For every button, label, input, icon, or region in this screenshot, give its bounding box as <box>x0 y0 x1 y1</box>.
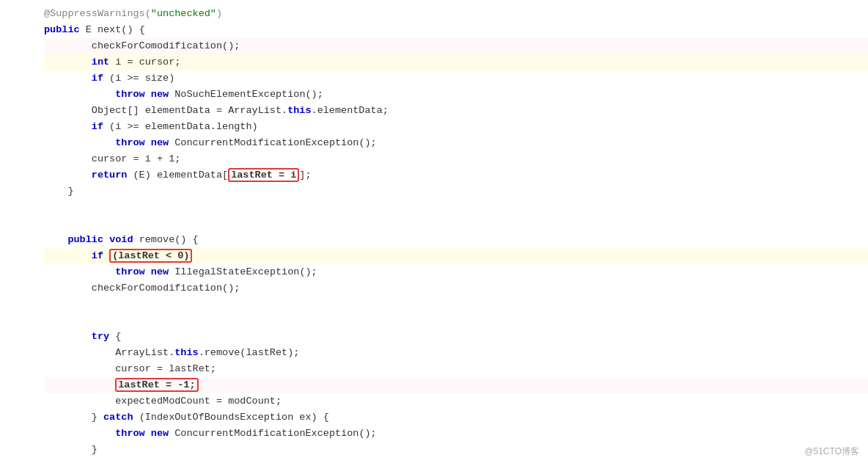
code-line: try { <box>44 329 868 345</box>
code-line: if (i >= size) <box>44 70 868 87</box>
code-container: @SuppressWarnings("unchecked")public E n… <box>0 0 868 466</box>
code-line <box>44 296 868 313</box>
watermark: @51CTO博客 <box>804 445 859 459</box>
code-line <box>44 313 868 329</box>
code-line: throw new ConcurrentModificationExceptio… <box>44 135 868 151</box>
code-line <box>44 458 868 466</box>
code-line: throw new ConcurrentModificationExceptio… <box>44 426 868 442</box>
code-line: } catch (IndexOutOfBoundsException ex) { <box>44 409 868 426</box>
code-line: Object[] elementData = ArrayList.this.el… <box>44 103 868 119</box>
code-line <box>44 216 868 232</box>
code-line: cursor = lastRet; <box>44 361 868 377</box>
code-line: public E next() { <box>44 22 868 38</box>
code-line: return (E) elementData[lastRet = i]; <box>44 167 868 183</box>
code-line: expectedModCount = modCount; <box>44 393 868 409</box>
code-line <box>44 200 868 216</box>
code-line: cursor = i + 1; <box>44 151 868 167</box>
code-line: } <box>44 183 868 200</box>
code-line: if (i >= elementData.length) <box>44 119 868 135</box>
code-line: if (lastRet < 0) <box>44 248 868 264</box>
code-line: throw new IllegalStateException(); <box>44 264 868 280</box>
code-line: checkForComodification(); <box>44 38 868 54</box>
code-line: } <box>44 442 868 458</box>
code-line: checkForComodification(); <box>44 280 868 296</box>
code-line: public void remove() { <box>44 232 868 248</box>
code-line: @SuppressWarnings("unchecked") <box>44 6 868 22</box>
code-line: lastRet = -1; <box>44 377 868 393</box>
code-line: int i = cursor; <box>44 54 868 70</box>
code-line: throw new NoSuchElementException(); <box>44 87 868 103</box>
code-line: ArrayList.this.remove(lastRet); <box>44 345 868 361</box>
code-block: @SuppressWarnings("unchecked")public E n… <box>0 0 868 466</box>
